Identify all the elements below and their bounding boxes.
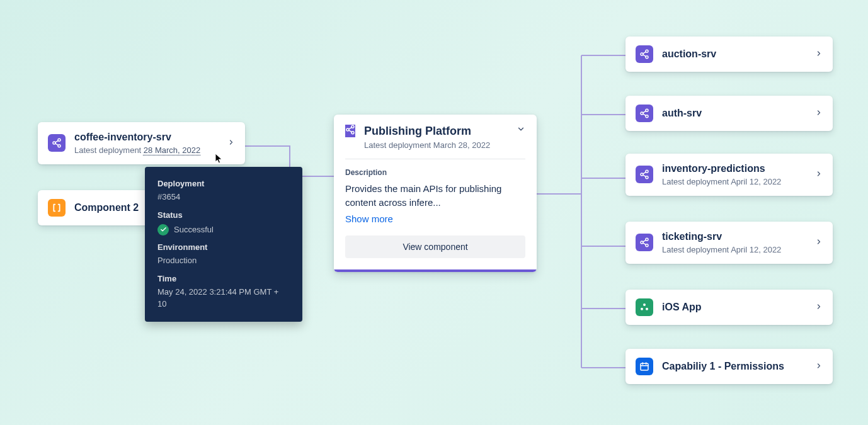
calendar-icon — [636, 358, 653, 375]
svg-line-29 — [643, 243, 646, 245]
tooltip-status-value: Successful — [174, 224, 214, 236]
tooltip-deployment-label: Deployment — [157, 178, 290, 190]
publishing-platform-card[interactable]: Publishing Platform Latest deployment Ma… — [334, 115, 537, 272]
card-title: auction-srv — [662, 48, 806, 60]
card-title: coffee-inventory-srv — [74, 131, 219, 143]
svg-line-4 — [55, 144, 59, 145]
card-title: ticketing-srv — [662, 230, 806, 242]
component-card-right-2[interactable]: inventory-predictionsLatest deployment A… — [625, 154, 833, 196]
diagram-canvas: coffee-inventory-srvLatest deployment 28… — [0, 0, 868, 425]
chevron-right-icon[interactable] — [815, 361, 823, 371]
check-icon — [157, 224, 169, 235]
component-card-right-0[interactable]: auction-srv — [625, 37, 833, 72]
chevron-right-icon[interactable] — [815, 169, 823, 179]
chevron-right-icon[interactable] — [227, 138, 235, 148]
share-icon — [636, 166, 653, 183]
app-icon — [636, 298, 653, 316]
svg-line-9 — [349, 130, 352, 132]
chevron-down-icon[interactable] — [517, 125, 525, 135]
chevron-right-icon[interactable] — [815, 302, 823, 312]
share-icon — [48, 134, 66, 152]
card-subtitle: Latest deployment April 12, 2022 — [662, 177, 806, 187]
card-title: Capabiliy 1 - Permissions — [662, 360, 806, 372]
description-text: Provides the main APIs for publishing co… — [345, 182, 525, 210]
tooltip-env-label: Environment — [157, 242, 290, 254]
svg-line-23 — [643, 173, 646, 174]
show-more-link[interactable]: Show more — [345, 213, 525, 224]
svg-line-24 — [643, 175, 646, 177]
card-subtitle: Latest deployment 28 March, 2022 — [74, 145, 219, 156]
chevron-right-icon[interactable] — [815, 108, 823, 118]
svg-line-3 — [55, 141, 59, 143]
tooltip-deployment-id: #3654 — [157, 191, 290, 203]
chevron-right-icon[interactable] — [815, 49, 823, 59]
share-icon — [636, 234, 653, 251]
card-title: inventory-predictions — [662, 162, 806, 174]
share-icon — [636, 45, 653, 63]
tooltip-status-label: Status — [157, 210, 290, 222]
share-icon — [345, 125, 355, 137]
description-label: Description — [345, 168, 525, 177]
svg-line-28 — [643, 241, 646, 242]
share-icon — [636, 105, 653, 122]
card-title: iOS App — [662, 301, 806, 313]
deployment-tooltip: Deployment #3654 Status Successful Envir… — [145, 167, 302, 322]
card-title: auth-srv — [662, 107, 806, 119]
chevron-right-icon[interactable] — [815, 237, 823, 247]
card-subtitle: Latest deployment March 28, 2022 — [364, 140, 508, 150]
svg-rect-33 — [641, 363, 648, 370]
component-card-coffee-inventory[interactable]: coffee-inventory-srvLatest deployment 28… — [38, 122, 245, 164]
component-card-right-1[interactable]: auth-srv — [625, 96, 833, 131]
svg-line-13 — [643, 52, 646, 54]
deployment-date-link[interactable]: 28 March, 2022 — [144, 145, 200, 155]
card-subtitle: Latest deployment April 12, 2022 — [662, 245, 806, 255]
tooltip-time-label: Time — [157, 273, 290, 285]
view-component-button[interactable]: View component — [345, 235, 525, 258]
svg-point-32 — [646, 308, 648, 310]
svg-line-18 — [643, 111, 646, 113]
tooltip-time-value: May 24, 2022 3:21:44 PM GMT + 10 — [157, 286, 290, 310]
svg-point-31 — [641, 308, 643, 310]
brackets-icon — [48, 199, 66, 217]
cursor-icon — [215, 153, 224, 164]
accent-bar — [334, 269, 537, 272]
svg-line-14 — [643, 55, 646, 57]
card-title: Publishing Platform — [364, 125, 508, 138]
tooltip-env-value: Production — [157, 255, 290, 267]
svg-point-30 — [643, 303, 646, 306]
component-card-right-5[interactable]: Capabiliy 1 - Permissions — [625, 349, 833, 384]
component-card-right-3[interactable]: ticketing-srvLatest deployment April 12,… — [625, 222, 833, 264]
svg-line-19 — [643, 114, 646, 116]
component-card-right-4[interactable]: iOS App — [625, 290, 833, 325]
svg-line-8 — [349, 127, 352, 129]
